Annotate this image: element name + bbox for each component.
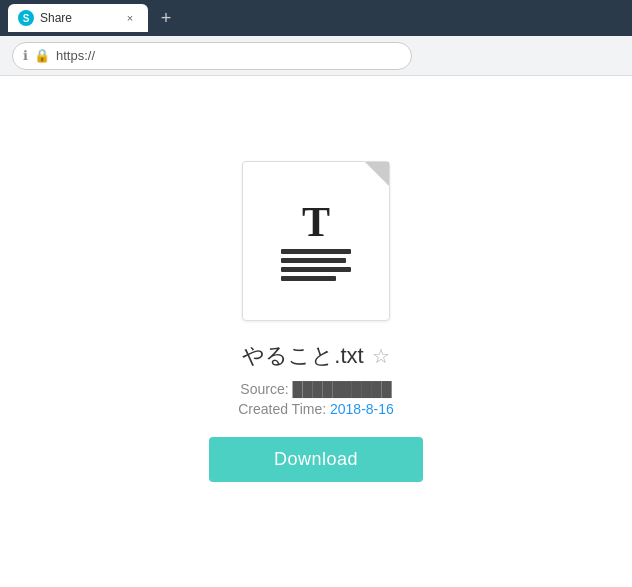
title-bar: S Share × + [0,0,632,36]
file-corner [365,162,389,186]
file-line-1 [281,249,351,254]
file-name-row: やること.txt ☆ [242,341,389,371]
created-time-row: Created Time: 2018-8-16 [238,401,394,417]
file-line-4 [281,276,336,281]
new-tab-button[interactable]: + [154,6,178,30]
lock-icon: 🔒 [34,48,50,63]
file-lines [281,249,351,281]
source-value: ██████████ [292,381,391,397]
address-box[interactable]: ℹ 🔒 https:// [12,42,412,70]
file-line-2 [281,258,346,263]
address-url: https:// [56,48,95,63]
created-date: 2018-8-16 [330,401,394,417]
favorite-star-icon[interactable]: ☆ [372,344,390,368]
file-type-letter: T [302,201,330,243]
info-icon: ℹ [23,48,28,63]
source-row: Source: ██████████ [240,381,391,397]
tab-title: Share [40,11,116,25]
file-icon-inner: T [265,185,367,297]
created-label: Created Time: [238,401,330,417]
file-line-3 [281,267,351,272]
tab-close-button[interactable]: × [122,10,138,26]
page-content: T やること.txt ☆ Source: ██████████ Created … [0,76,632,587]
address-bar: ℹ 🔒 https:// [0,36,632,76]
browser-tab[interactable]: S Share × [8,4,148,32]
file-name: やること.txt [242,341,363,371]
download-button[interactable]: Download [209,437,423,482]
source-label: Source: [240,381,292,397]
tab-favicon: S [18,10,34,26]
file-icon: T [242,161,390,321]
